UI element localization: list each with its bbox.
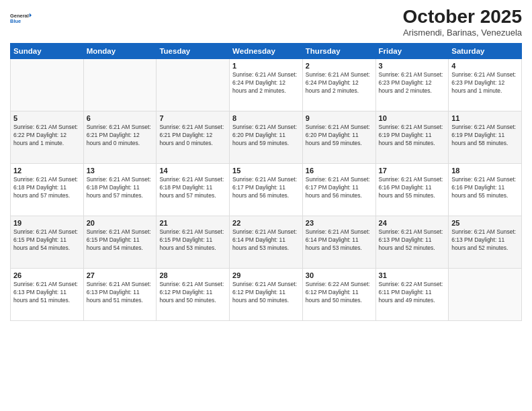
calendar-week-row: 12Sunrise: 6:21 AM Sunset: 6:18 PM Dayli… (11, 163, 522, 216)
day-number: 18 (451, 167, 519, 175)
calendar-cell: 9Sunrise: 6:21 AM Sunset: 6:20 PM Daylig… (302, 111, 375, 163)
day-number: 13 (87, 167, 154, 175)
calendar-header-row: SundayMondayTuesdayWednesdayThursdayFrid… (11, 43, 522, 58)
day-number: 2 (306, 62, 373, 70)
day-number: 6 (87, 114, 154, 122)
day-info: Sunrise: 6:21 AM Sunset: 6:23 PM Dayligh… (379, 71, 446, 95)
day-info: Sunrise: 6:21 AM Sunset: 6:20 PM Dayligh… (232, 124, 300, 148)
location: Arismendi, Barinas, Venezuela (403, 28, 522, 38)
header-day-wednesday: Wednesday (230, 43, 303, 58)
calendar-cell: 27Sunrise: 6:21 AM Sunset: 6:13 PM Dayli… (83, 268, 157, 320)
calendar-cell: 22Sunrise: 6:21 AM Sunset: 6:14 PM Dayli… (230, 216, 303, 268)
header-day-friday: Friday (375, 43, 449, 58)
calendar-cell: 28Sunrise: 6:21 AM Sunset: 6:12 PM Dayli… (157, 268, 230, 320)
day-number: 4 (451, 62, 519, 70)
header-day-thursday: Thursday (302, 43, 375, 58)
calendar-cell: 26Sunrise: 6:21 AM Sunset: 6:13 PM Dayli… (11, 268, 84, 320)
calendar-cell: 13Sunrise: 6:21 AM Sunset: 6:18 PM Dayli… (83, 163, 157, 216)
day-info: Sunrise: 6:21 AM Sunset: 6:14 PM Dayligh… (232, 228, 300, 253)
calendar-cell: 2Sunrise: 6:21 AM Sunset: 6:24 PM Daylig… (302, 58, 375, 111)
day-number: 12 (13, 167, 81, 175)
day-info: Sunrise: 6:21 AM Sunset: 6:12 PM Dayligh… (159, 281, 226, 305)
day-number: 10 (379, 114, 446, 122)
calendar-cell: 12Sunrise: 6:21 AM Sunset: 6:18 PM Dayli… (11, 163, 84, 216)
day-info: Sunrise: 6:21 AM Sunset: 6:16 PM Dayligh… (379, 176, 446, 200)
calendar-cell: 8Sunrise: 6:21 AM Sunset: 6:20 PM Daylig… (230, 111, 303, 163)
calendar-cell: 16Sunrise: 6:21 AM Sunset: 6:17 PM Dayli… (302, 163, 375, 216)
day-info: Sunrise: 6:21 AM Sunset: 6:19 PM Dayligh… (451, 124, 519, 148)
calendar-cell (11, 58, 84, 111)
calendar-week-row: 5Sunrise: 6:21 AM Sunset: 6:22 PM Daylig… (11, 111, 522, 163)
day-info: Sunrise: 6:21 AM Sunset: 6:13 PM Dayligh… (451, 228, 519, 253)
day-number: 28 (159, 271, 226, 279)
day-number: 23 (306, 219, 373, 227)
calendar-cell: 6Sunrise: 6:21 AM Sunset: 6:21 PM Daylig… (83, 111, 157, 163)
day-number: 20 (87, 219, 154, 227)
calendar-cell: 4Sunrise: 6:21 AM Sunset: 6:23 PM Daylig… (449, 58, 522, 111)
calendar-cell: 15Sunrise: 6:21 AM Sunset: 6:17 PM Dayli… (230, 163, 303, 216)
day-number: 3 (379, 62, 446, 70)
day-info: Sunrise: 6:21 AM Sunset: 6:22 PM Dayligh… (13, 124, 81, 148)
calendar-cell: 23Sunrise: 6:21 AM Sunset: 6:14 PM Dayli… (302, 216, 375, 268)
calendar-cell: 7Sunrise: 6:21 AM Sunset: 6:21 PM Daylig… (157, 111, 230, 163)
calendar-cell: 24Sunrise: 6:21 AM Sunset: 6:13 PM Dayli… (375, 216, 449, 268)
day-info: Sunrise: 6:21 AM Sunset: 6:18 PM Dayligh… (87, 176, 154, 200)
calendar-cell: 20Sunrise: 6:21 AM Sunset: 6:15 PM Dayli… (83, 216, 157, 268)
day-info: Sunrise: 6:21 AM Sunset: 6:21 PM Dayligh… (87, 124, 154, 148)
header-day-saturday: Saturday (449, 43, 522, 58)
day-number: 21 (159, 219, 226, 227)
day-info: Sunrise: 6:22 AM Sunset: 6:11 PM Dayligh… (379, 281, 446, 305)
day-number: 24 (379, 219, 446, 227)
day-info: Sunrise: 6:21 AM Sunset: 6:23 PM Dayligh… (451, 71, 519, 95)
calendar-cell: 1Sunrise: 6:21 AM Sunset: 6:24 PM Daylig… (230, 58, 303, 111)
day-number: 17 (379, 167, 446, 175)
calendar-cell: 14Sunrise: 6:21 AM Sunset: 6:18 PM Dayli… (157, 163, 230, 216)
day-info: Sunrise: 6:21 AM Sunset: 6:12 PM Dayligh… (232, 281, 300, 305)
day-info: Sunrise: 6:21 AM Sunset: 6:16 PM Dayligh… (451, 176, 519, 200)
day-number: 1 (232, 62, 300, 70)
logo-svg: General Blue (10, 7, 32, 31)
calendar-cell: 19Sunrise: 6:21 AM Sunset: 6:15 PM Dayli… (11, 216, 84, 268)
month-title: October 2025 (403, 7, 522, 28)
calendar-week-row: 26Sunrise: 6:21 AM Sunset: 6:13 PM Dayli… (11, 268, 522, 320)
svg-marker-2 (30, 13, 32, 17)
calendar-cell: 11Sunrise: 6:21 AM Sunset: 6:19 PM Dayli… (449, 111, 522, 163)
day-number: 19 (13, 219, 81, 227)
day-info: Sunrise: 6:21 AM Sunset: 6:13 PM Dayligh… (379, 228, 446, 253)
calendar-cell: 10Sunrise: 6:21 AM Sunset: 6:19 PM Dayli… (375, 111, 449, 163)
day-number: 16 (306, 167, 373, 175)
day-number: 14 (159, 167, 226, 175)
calendar-table: SundayMondayTuesdayWednesdayThursdayFrid… (10, 43, 522, 321)
day-info: Sunrise: 6:21 AM Sunset: 6:14 PM Dayligh… (306, 228, 373, 253)
day-info: Sunrise: 6:21 AM Sunset: 6:24 PM Dayligh… (232, 71, 300, 95)
calendar-cell: 30Sunrise: 6:22 AM Sunset: 6:12 PM Dayli… (302, 268, 375, 320)
calendar-cell: 29Sunrise: 6:21 AM Sunset: 6:12 PM Dayli… (230, 268, 303, 320)
day-info: Sunrise: 6:21 AM Sunset: 6:18 PM Dayligh… (13, 176, 81, 200)
day-info: Sunrise: 6:21 AM Sunset: 6:24 PM Dayligh… (306, 71, 373, 95)
day-info: Sunrise: 6:21 AM Sunset: 6:20 PM Dayligh… (306, 124, 373, 148)
day-number: 31 (379, 271, 446, 279)
day-info: Sunrise: 6:22 AM Sunset: 6:12 PM Dayligh… (306, 281, 373, 305)
title-area: October 2025 Arismendi, Barinas, Venezue… (403, 7, 522, 38)
svg-text:Blue: Blue (10, 18, 21, 24)
header-day-sunday: Sunday (11, 43, 84, 58)
day-info: Sunrise: 6:21 AM Sunset: 6:15 PM Dayligh… (159, 228, 226, 253)
day-info: Sunrise: 6:21 AM Sunset: 6:17 PM Dayligh… (306, 176, 373, 200)
day-number: 5 (13, 114, 81, 122)
logo: General Blue (10, 7, 32, 31)
day-number: 11 (451, 114, 519, 122)
day-number: 26 (13, 271, 81, 279)
day-info: Sunrise: 6:21 AM Sunset: 6:15 PM Dayligh… (87, 228, 154, 253)
day-info: Sunrise: 6:21 AM Sunset: 6:15 PM Dayligh… (13, 228, 81, 253)
header-day-tuesday: Tuesday (157, 43, 230, 58)
day-info: Sunrise: 6:21 AM Sunset: 6:21 PM Dayligh… (159, 124, 226, 148)
day-number: 22 (232, 219, 300, 227)
day-info: Sunrise: 6:21 AM Sunset: 6:13 PM Dayligh… (13, 281, 81, 305)
day-number: 7 (159, 114, 226, 122)
day-number: 30 (306, 271, 373, 279)
day-info: Sunrise: 6:21 AM Sunset: 6:17 PM Dayligh… (232, 176, 300, 200)
calendar-cell: 21Sunrise: 6:21 AM Sunset: 6:15 PM Dayli… (157, 216, 230, 268)
calendar-cell: 5Sunrise: 6:21 AM Sunset: 6:22 PM Daylig… (11, 111, 84, 163)
day-number: 25 (451, 219, 519, 227)
calendar-cell (157, 58, 230, 111)
